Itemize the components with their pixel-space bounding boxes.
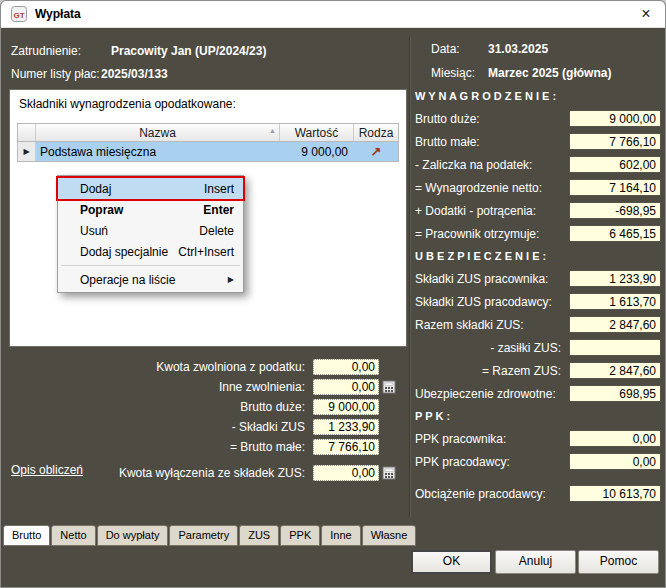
brutto-male-field: 7 766,10 [313, 439, 379, 455]
employer-total-row: Obciążenie pracodawcy: 10 613,70 [415, 482, 661, 505]
summary-label: Składki ZUS pracownika: [415, 272, 548, 286]
summary-row: Ubezpieczenie zdrowotne: 698,95 [415, 382, 661, 405]
summary-value-field: 1 233,90 [569, 270, 661, 287]
tab-wlasne[interactable]: Własne [362, 525, 417, 546]
menu-item-popraw[interactable]: Popraw Enter [58, 199, 243, 220]
menu-item-label: Dodaj specjalnie [80, 245, 168, 259]
summary-value-field: 10 613,70 [569, 485, 661, 502]
menu-separator [61, 265, 240, 266]
titlebar: GT Wypłata × [1, 1, 665, 28]
summary-row: = Pracownik otrzymuje: 6 465,15 [415, 222, 661, 245]
menu-item-dodaj[interactable]: Dodaj Insert [58, 178, 243, 199]
sort-asc-icon: ▲ [269, 127, 276, 134]
close-icon[interactable]: × [637, 6, 655, 22]
summary-label: - zasiłki ZUS: [490, 341, 569, 355]
field-label: Kwota zwolniona z podatku: [1, 360, 313, 374]
ok-button[interactable]: OK [411, 550, 492, 574]
date-row: Data: 31.03.2025 [415, 37, 661, 61]
menu-item-shortcut: Insert [204, 182, 234, 196]
row-marker-icon: ▶ [18, 142, 36, 161]
opis-obliczen-link[interactable]: Opis obliczeń [11, 463, 83, 477]
tab-brutto[interactable]: Brutto [3, 525, 50, 546]
window-title: Wypłata [35, 7, 81, 21]
tab-zus[interactable]: ZUS [239, 525, 279, 546]
summary-label: Obciążenie pracodawcy: [415, 487, 546, 501]
summary-label: + Dodatki - potrącenia: [415, 204, 536, 218]
section-header-ppk: P P K : [415, 405, 661, 427]
column-header-wartosc[interactable]: Wartość [280, 124, 354, 141]
column-header-rodzaj[interactable]: Rodza [354, 124, 398, 141]
employment-value: Pracowity Jan (UP/2024/23) [111, 44, 266, 58]
row-kind-arrow-icon: ↗ [354, 142, 398, 161]
payroll-number-value: 2025/03/133 [101, 67, 168, 81]
menu-item-operacje-na-liscie[interactable]: Operacje na liście ▶ [58, 269, 243, 290]
summary-row: = Razem ZUS: 2 847,60 [415, 359, 661, 382]
context-menu: Dodaj Insert Popraw Enter Usuń Delete Do… [57, 175, 244, 293]
employment-label: Zatrudnienie: [11, 44, 81, 58]
tab-ppk[interactable]: PPK [280, 525, 320, 546]
column-header-label: Rodza [359, 126, 394, 140]
components-table: Nazwa ▲ Wartość Rodza ▶ Podstawa miesięc… [17, 123, 399, 162]
cancel-button[interactable]: Anuluj [495, 550, 576, 574]
summary-value-field: 7 766,10 [569, 133, 661, 150]
tab-parametry[interactable]: Parametry [169, 525, 238, 546]
date-value: 31.03.2025 [488, 42, 548, 56]
kwota-zwolniona-field[interactable]: 0,00 [313, 359, 379, 375]
summary-row: Składki ZUS pracownika: 1 233,90 [415, 267, 661, 290]
summary-value-field: 7 164,10 [569, 179, 661, 196]
menu-item-label: Usuń [80, 224, 108, 238]
field-row-brutto-duze: Brutto duże: 9 000,00 [1, 397, 405, 417]
month-row: Miesiąc: Marzec 2025 (główna) [415, 61, 661, 85]
summary-row: - zasiłki ZUS: [415, 336, 661, 359]
help-button[interactable]: Pomoc [578, 550, 659, 574]
summary-row: Razem składki ZUS: 2 847,60 [415, 313, 661, 336]
summary-row: = Wynagrodzenie netto: 7 164,10 [415, 176, 661, 199]
summary-value-field: 1 613,70 [569, 293, 661, 310]
field-row-brutto-male: = Brutto małe: 7 766,10 [1, 437, 405, 457]
vertical-separator [409, 37, 411, 517]
summary-row: + Dodatki - potrącenia: -698,95 [415, 199, 661, 222]
tab-netto[interactable]: Netto [51, 525, 95, 546]
table-header-row[interactable]: Nazwa ▲ Wartość Rodza [17, 123, 399, 142]
field-row-kwota-zwolniona: Kwota zwolniona z podatku: 0,00 [1, 357, 405, 377]
summary-label: Brutto małe: [415, 135, 480, 149]
kwota-wylaczenia-field[interactable]: 0,00 [313, 465, 379, 481]
inne-zwolnienia-field[interactable]: 0,00 [313, 379, 379, 395]
row-value-cell: 9 000,00 [280, 142, 354, 161]
field-label: Inne zwolnienia: [1, 380, 313, 394]
section-header-wynagrodzenie: W Y N A G R O D Z E N I E : [415, 85, 661, 107]
components-section-label: Składniki wynagrodzenia opodatkowane: [19, 97, 236, 111]
tab-do-wyplaty[interactable]: Do wypłaty [97, 525, 169, 546]
menu-item-dodaj-specjalnie[interactable]: Dodaj specjalnie Ctrl+Insert [58, 241, 243, 262]
summary-label: PPK pracownika: [415, 432, 506, 446]
wyplata-window: GT Wypłata × Zatrudnienie: Pracowity Jan… [0, 0, 666, 588]
menu-item-label: Dodaj [80, 182, 111, 196]
summary-value-field: 602,00 [569, 156, 661, 173]
menu-item-shortcut: Ctrl+Insert [178, 245, 234, 259]
tab-inne[interactable]: Inne [321, 525, 360, 546]
right-summary-panel: Data: 31.03.2025 Miesiąc: Marzec 2025 (g… [415, 37, 661, 505]
menu-item-label: Popraw [80, 203, 123, 217]
app-logo-icon: GT [11, 6, 27, 22]
calculator-icon[interactable] [382, 466, 398, 480]
summary-label: Brutto duże: [415, 112, 480, 126]
marker-column-header [18, 124, 36, 141]
menu-item-usun[interactable]: Usuń Delete [58, 220, 243, 241]
bottom-tab-strip: Brutto Netto Do wypłaty Parametry ZUS PP… [3, 525, 417, 546]
summary-row: Brutto małe: 7 766,10 [415, 130, 661, 153]
summary-row: PPK pracodawcy: 0,00 [415, 450, 661, 473]
field-row-skladki-zus: - Składki ZUS 1 233,90 [1, 417, 405, 437]
skladki-zus-field: 1 233,90 [313, 419, 379, 435]
table-row[interactable]: ▶ Podstawa miesięczna 9 000,00 ↗ [17, 142, 399, 162]
summary-value-field [569, 339, 661, 356]
summary-value-field: 2 847,60 [569, 362, 661, 379]
field-label: - Składki ZUS [1, 420, 313, 434]
summary-label: = Pracownik otrzymuje: [415, 227, 539, 241]
summary-label: Razem składki ZUS: [415, 318, 524, 332]
calculator-icon[interactable] [382, 380, 398, 394]
column-header-nazwa[interactable]: Nazwa ▲ [36, 124, 280, 141]
summary-row: PPK pracownika: 0,00 [415, 427, 661, 450]
brutto-duze-field: 9 000,00 [313, 399, 379, 415]
summary-label: = Wynagrodzenie netto: [415, 181, 542, 195]
menu-item-shortcut: Delete [199, 224, 234, 238]
